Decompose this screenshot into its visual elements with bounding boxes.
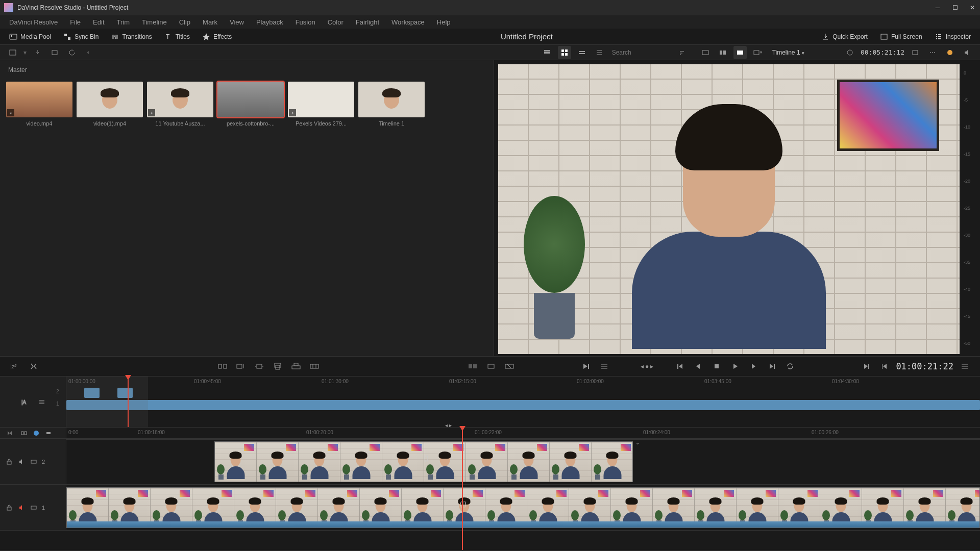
viewer-settings-button[interactable] <box>909 46 922 59</box>
track-enable-button[interactable] <box>17 504 26 512</box>
thumbnail-view-button[interactable] <box>558 46 571 59</box>
edit-index-button[interactable]: |A <box>18 395 31 409</box>
snap-button[interactable] <box>5 429 14 438</box>
loop-button[interactable] <box>783 359 797 373</box>
menu-timeline[interactable]: Timeline <box>138 16 171 28</box>
last-frame-button[interactable] <box>765 359 779 373</box>
quick-export-button[interactable]: Quick Export <box>818 31 871 43</box>
chevron-down-icon[interactable]: ⌄ <box>635 440 640 445</box>
jog-left-button[interactable]: ◂ ● ▸ <box>640 359 654 373</box>
boring-detector-button[interactable]: |z² <box>8 359 22 373</box>
source-viewer-button[interactable] <box>699 46 712 59</box>
menu-mark[interactable]: Mark <box>199 16 222 28</box>
track-color-indicator[interactable] <box>34 431 39 436</box>
bypass-button[interactable] <box>943 46 957 59</box>
titles-button[interactable]: T Titles <box>161 31 193 43</box>
source-overwrite-button[interactable] <box>307 359 322 373</box>
menu-view[interactable]: View <box>226 16 248 28</box>
single-viewer-button[interactable] <box>733 46 747 59</box>
menu-trim[interactable]: Trim <box>113 16 134 28</box>
metadata-view-button[interactable] <box>541 46 554 59</box>
smart-insert-button[interactable] <box>215 359 230 373</box>
visible-range-indicator[interactable] <box>66 377 148 427</box>
track-options-button[interactable] <box>35 395 48 409</box>
menu-playback[interactable]: Playback <box>252 16 287 28</box>
media-item[interactable]: Timeline 1 <box>358 82 425 127</box>
overview-playhead[interactable] <box>128 377 129 427</box>
bin-list-button[interactable] <box>6 46 19 59</box>
sort-button[interactable] <box>675 46 689 59</box>
stop-button[interactable] <box>709 359 724 373</box>
strip-view-button[interactable] <box>575 46 589 59</box>
close-up-button[interactable] <box>271 359 285 373</box>
inspector-button[interactable]: Inspector <box>932 31 974 43</box>
prev-edit-button[interactable] <box>877 359 892 373</box>
sync-bin-button[interactable]: Sync Bin <box>60 31 102 43</box>
menu-file[interactable]: File <box>66 16 85 28</box>
transition-button[interactable] <box>465 359 480 373</box>
track-enable-button[interactable] <box>17 458 26 466</box>
multiview-button[interactable] <box>716 46 729 59</box>
track-lock-button[interactable] <box>5 504 13 512</box>
effects-button[interactable]: Effects <box>199 31 235 43</box>
detail-playhead[interactable] <box>462 428 463 550</box>
menu-help[interactable]: Help <box>433 16 455 28</box>
menu-davinci[interactable]: DaVinci Resolve <box>5 16 62 28</box>
track-visibility-button[interactable] <box>30 458 38 466</box>
media-item[interactable]: ♪ Pexels Videos 279... <box>288 82 354 127</box>
dissolve-button[interactable] <box>502 359 517 373</box>
viewer-mode-button[interactable]: ▾ <box>751 46 764 59</box>
options-button[interactable] <box>83 46 96 59</box>
media-item[interactable]: pexels-cottonbro-... <box>217 82 284 127</box>
menu-edit[interactable]: Edit <box>89 16 108 28</box>
search-input[interactable] <box>610 47 671 58</box>
append-button[interactable] <box>234 359 248 373</box>
prev-frame-button[interactable] <box>691 359 705 373</box>
import-button[interactable] <box>31 46 44 59</box>
cut-button[interactable] <box>484 359 498 373</box>
master-bin-label[interactable]: Master <box>4 64 489 76</box>
overview-tracks[interactable]: 01:00:00:00 01:00:45:00 01:01:30:00 01:0… <box>66 377 980 427</box>
track-visibility-button[interactable] <box>30 504 38 512</box>
overview-ruler[interactable]: 01:00:00:00 01:00:45:00 01:01:30:00 01:0… <box>66 377 980 387</box>
split-button[interactable] <box>27 359 41 373</box>
video-clip[interactable] <box>66 487 980 528</box>
timeline-selector[interactable]: Timeline 1 ▾ <box>772 49 804 56</box>
linked-selection-button[interactable] <box>19 429 29 438</box>
overview-clip[interactable] <box>66 400 980 410</box>
maximize-button[interactable]: ☐ <box>951 4 959 11</box>
match-frame-button[interactable] <box>843 46 856 59</box>
close-button[interactable]: ✕ <box>969 4 976 11</box>
ripple-button[interactable] <box>252 359 266 373</box>
new-bin-button[interactable] <box>48 46 61 59</box>
menu-workspace[interactable]: Workspace <box>387 16 429 28</box>
menu-color[interactable]: Color <box>324 16 348 28</box>
trim-in-marker[interactable]: ◂ ▸ <box>445 422 453 430</box>
mute-button[interactable] <box>961 46 974 59</box>
record-timecode[interactable]: 01:00:21:22 <box>896 361 953 371</box>
timeline-options-button[interactable] <box>958 359 972 373</box>
minimize-button[interactable]: ─ <box>934 4 941 11</box>
transitions-button[interactable]: Transitions <box>108 31 155 43</box>
next-frame-button[interactable] <box>746 359 761 373</box>
speed-button[interactable] <box>579 359 593 373</box>
menu-fusion[interactable]: Fusion <box>291 16 320 28</box>
place-on-top-button[interactable] <box>289 359 303 373</box>
menu-clip[interactable]: Clip <box>175 16 194 28</box>
track-lock-button[interactable] <box>5 458 13 466</box>
menu-fairlight[interactable]: Fairlight <box>352 16 383 28</box>
media-pool-button[interactable]: Media Pool <box>6 31 54 43</box>
audio-sync-button[interactable] <box>44 429 53 438</box>
media-item[interactable]: ♪ video.mp4 <box>6 82 72 127</box>
first-frame-button[interactable] <box>673 359 687 373</box>
detail-ruler-area[interactable]: 0:00 01:00:18:00 01:00:20:00 01:00:22:00… <box>66 428 980 438</box>
media-item[interactable]: ♪ 11 Youtube Ausza... <box>147 82 213 127</box>
viewer-options-button[interactable]: ⋯ <box>926 46 939 59</box>
media-item[interactable]: video(1).mp4 <box>77 82 143 127</box>
refresh-button[interactable] <box>65 46 79 59</box>
full-screen-button[interactable]: Full Screen <box>877 31 925 43</box>
retime-button[interactable] <box>597 359 611 373</box>
next-edit-button[interactable] <box>859 359 873 373</box>
play-button[interactable] <box>728 359 742 373</box>
list-view-button[interactable] <box>593 46 606 59</box>
